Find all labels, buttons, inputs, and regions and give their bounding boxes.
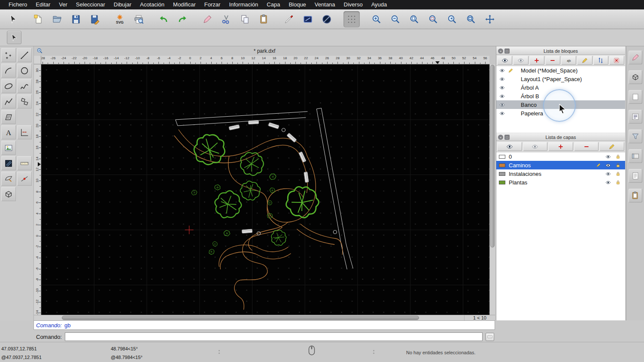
- draw-hatch-button[interactable]: [1, 110, 16, 124]
- deselect-all-button[interactable]: [319, 11, 335, 27]
- measure-tool-button[interactable]: [17, 156, 32, 170]
- zoom-selection-button[interactable]: [425, 11, 441, 27]
- block-panel-toggle-button[interactable]: [629, 70, 642, 84]
- edit-layer-button[interactable]: [599, 142, 624, 151]
- block-visibility-eye-icon[interactable]: [499, 68, 507, 73]
- block-visibility-eye-icon[interactable]: [499, 85, 507, 90]
- menu-bloque[interactable]: Bloque: [284, 0, 310, 9]
- list-panel-toggle-button[interactable]: [629, 110, 642, 124]
- menu-editar[interactable]: Editar: [31, 0, 55, 9]
- command-options-button[interactable]: [486, 333, 494, 341]
- block-visibility-eye-icon[interactable]: [499, 94, 507, 99]
- draw-text-button[interactable]: A: [1, 125, 16, 139]
- draw-dimension-button[interactable]: [17, 125, 32, 139]
- copy-button[interactable]: [237, 11, 253, 27]
- select-tool-button[interactable]: [5, 11, 21, 27]
- layer-list-item-0[interactable]: 0: [496, 152, 625, 161]
- select-tool-option-button[interactable]: [7, 31, 21, 44]
- draw-polygon-button[interactable]: [17, 94, 32, 109]
- draw-ellipse-button[interactable]: [1, 79, 16, 93]
- layer-list-item-instalaciones[interactable]: Instalaciones: [496, 169, 625, 178]
- layer-visibility-eye-icon[interactable]: [605, 163, 613, 168]
- show-all-layers-button[interactable]: [497, 142, 522, 151]
- draw-polyline-button[interactable]: [1, 94, 16, 109]
- block-list-item-banco[interactable]: Banco: [496, 100, 625, 109]
- menu-forzar[interactable]: Forzar: [200, 0, 225, 9]
- block-list-item-layout1paperspace[interactable]: Layout1 (*Paper_Space): [496, 75, 625, 83]
- divide-tool-button[interactable]: [17, 172, 32, 186]
- edit-pen-button[interactable]: [199, 11, 216, 27]
- blank-panel-toggle-button[interactable]: [629, 90, 642, 104]
- draw-pen-button[interactable]: [281, 11, 297, 27]
- layer-list-item-plantas[interactable]: Plantas: [496, 178, 625, 187]
- zoom-in-button[interactable]: [368, 11, 385, 27]
- remove-block-button[interactable]: [545, 56, 560, 65]
- delete-block-button[interactable]: [609, 56, 624, 65]
- zoom-previous-button[interactable]: [444, 11, 460, 27]
- horizontal-scrollbar[interactable]: [34, 315, 464, 320]
- save-as-button[interactable]: [87, 11, 103, 27]
- horizontal-scrollbar-thumb[interactable]: [62, 316, 419, 320]
- drawing-canvas[interactable]: [41, 64, 489, 315]
- block-visibility-eye-icon[interactable]: [499, 76, 507, 82]
- hide-all-layers-button[interactable]: [523, 142, 548, 151]
- menu-seleccionar[interactable]: Seleccionar: [72, 0, 109, 9]
- add-layer-button[interactable]: [548, 142, 573, 151]
- paste-button[interactable]: [256, 11, 272, 27]
- insert-image-button[interactable]: [1, 141, 16, 155]
- menu-modificar[interactable]: Modificar: [169, 0, 200, 9]
- save-file-button[interactable]: [68, 11, 84, 27]
- close-panel-button[interactable]: ×: [498, 135, 503, 140]
- close-panel-button[interactable]: ×: [498, 48, 503, 54]
- layer-visibility-eye-icon[interactable]: [605, 154, 613, 160]
- insert-block-button[interactable]: [593, 56, 608, 65]
- zoom-out-button[interactable]: [387, 11, 404, 27]
- layer-lock-icon[interactable]: [615, 180, 623, 185]
- menu-capa[interactable]: Capa: [262, 0, 284, 9]
- block-list-item-papelera[interactable]: Papelera: [496, 109, 625, 118]
- draw-points-button[interactable]: [1, 48, 16, 62]
- hide-all-blocks-button[interactable]: [513, 56, 528, 65]
- remove-layer-button[interactable]: [574, 142, 599, 151]
- menu-ver[interactable]: Ver: [55, 0, 72, 9]
- add-block-button[interactable]: [529, 56, 544, 65]
- wide-panel-toggle-button[interactable]: [629, 149, 642, 163]
- shape-tool-button[interactable]: [1, 172, 16, 186]
- menu-acotacion[interactable]: Acotación: [136, 0, 169, 9]
- rename-block-button[interactable]: a|b: [561, 56, 576, 65]
- clipboard-panel-toggle-button[interactable]: [629, 189, 642, 202]
- grid-toggle-button[interactable]: [343, 11, 360, 27]
- fill-tool-button[interactable]: [1, 156, 16, 170]
- edit-block-button[interactable]: [577, 56, 592, 65]
- redo-button[interactable]: [174, 11, 191, 27]
- draw-spline-button[interactable]: [17, 79, 32, 93]
- float-panel-button[interactable]: □: [504, 48, 510, 54]
- menu-diverso[interactable]: Diverso: [340, 0, 367, 9]
- block-list-item-modelmodelspace[interactable]: Model (*Model_Space): [496, 66, 625, 75]
- zoom-pan-button[interactable]: [482, 11, 498, 27]
- block-visibility-eye-icon[interactable]: [499, 102, 507, 108]
- layer-lock-icon[interactable]: [615, 171, 623, 177]
- draw-arc-button[interactable]: [1, 63, 16, 78]
- cut-button[interactable]: [218, 11, 234, 27]
- draw-line-button[interactable]: [17, 48, 32, 62]
- menu-ayuda[interactable]: Ayuda: [367, 0, 392, 9]
- selection-box-button[interactable]: [300, 11, 316, 27]
- float-panel-button[interactable]: □: [504, 135, 510, 140]
- filter-panel-toggle-button[interactable]: [629, 130, 642, 143]
- zoom-window-button[interactable]: [463, 11, 479, 27]
- notes-panel-toggle-button[interactable]: [629, 169, 642, 183]
- vertical-scrollbar[interactable]: [489, 64, 495, 315]
- undo-button[interactable]: [155, 11, 172, 27]
- vertical-scrollbar-thumb[interactable]: [490, 65, 495, 247]
- block-list-item-arbola[interactable]: Árbol A: [496, 83, 625, 92]
- layer-lock-icon[interactable]: [615, 163, 623, 168]
- zoom-auto-button[interactable]: [406, 11, 422, 27]
- menu-informacion[interactable]: Información: [225, 0, 262, 9]
- menu-ventana[interactable]: Ventana: [310, 0, 340, 9]
- svg-export-button[interactable]: SVG: [112, 11, 128, 27]
- iso-cube-button[interactable]: [1, 187, 16, 201]
- layer-list-item-caminos[interactable]: Caminos: [496, 161, 625, 169]
- show-all-blocks-button[interactable]: [497, 56, 512, 65]
- layer-lock-icon[interactable]: [615, 154, 623, 160]
